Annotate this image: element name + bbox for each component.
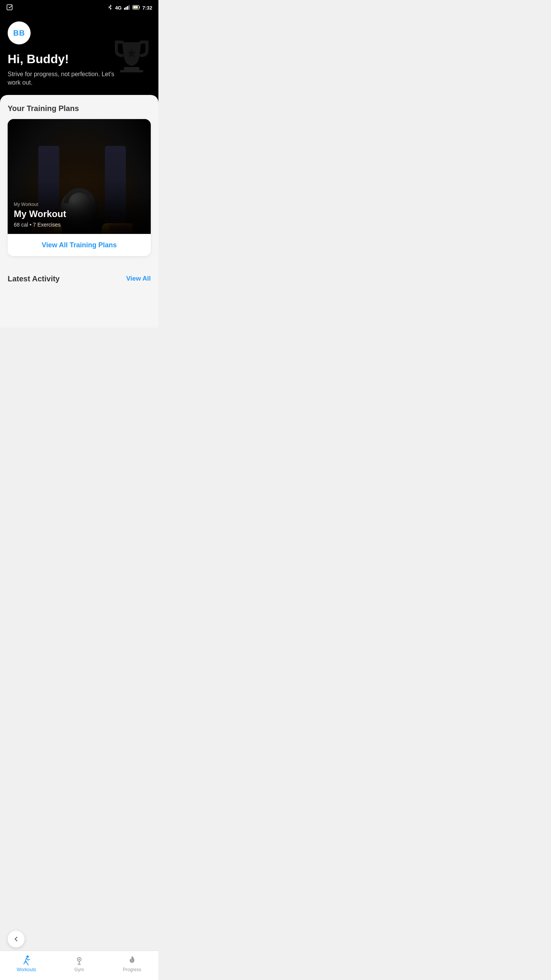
battery-icon: ⚡ (132, 5, 140, 11)
svg-rect-6 (139, 7, 140, 8)
trophy-icon (112, 38, 151, 78)
svg-rect-2 (126, 7, 127, 10)
workout-category: My Workout (14, 202, 145, 207)
bluetooth-icon (108, 4, 113, 12)
latest-activity-title: Latest Activity (8, 274, 60, 283)
avatar[interactable]: BB (8, 21, 31, 44)
main-content: Your Training Plans (0, 95, 158, 267)
workout-meta: 68 cal • 7 Exercises (14, 222, 145, 228)
status-right-icons: 4G ⚡ 7:32 (108, 4, 152, 12)
svg-rect-1 (124, 8, 125, 10)
workout-name: My Workout (14, 209, 145, 219)
training-plans-title: Your Training Plans (8, 104, 151, 113)
greeting-subtitle: Strive for progress, not perfection. Let… (8, 70, 115, 87)
status-bar: 4G ⚡ 7:32 (0, 0, 158, 15)
workout-image: My Workout My Workout 68 cal • 7 Exercis… (8, 119, 151, 234)
activity-header: Latest Activity View All (8, 274, 151, 283)
header-section: BB Hi, Buddy! Strive for progress, not p… (0, 15, 158, 103)
status-left-icon (6, 4, 13, 12)
svg-rect-0 (7, 5, 12, 10)
view-all-training-plans-button[interactable]: View All Training Plans (8, 234, 151, 256)
signal-indicator: 4G (115, 5, 122, 11)
svg-rect-9 (124, 67, 139, 70)
svg-rect-4 (129, 5, 130, 10)
training-card[interactable]: My Workout My Workout 68 cal • 7 Exercis… (8, 119, 151, 256)
svg-rect-10 (120, 70, 143, 72)
svg-text:⚡: ⚡ (134, 6, 137, 9)
signal-bars-icon (124, 5, 130, 11)
avatar-initials: BB (13, 29, 25, 38)
view-all-activity-link[interactable]: View All (126, 275, 151, 283)
svg-rect-3 (127, 6, 128, 10)
latest-activity-section: Latest Activity View All (0, 267, 158, 328)
time-display: 7:32 (142, 5, 152, 11)
